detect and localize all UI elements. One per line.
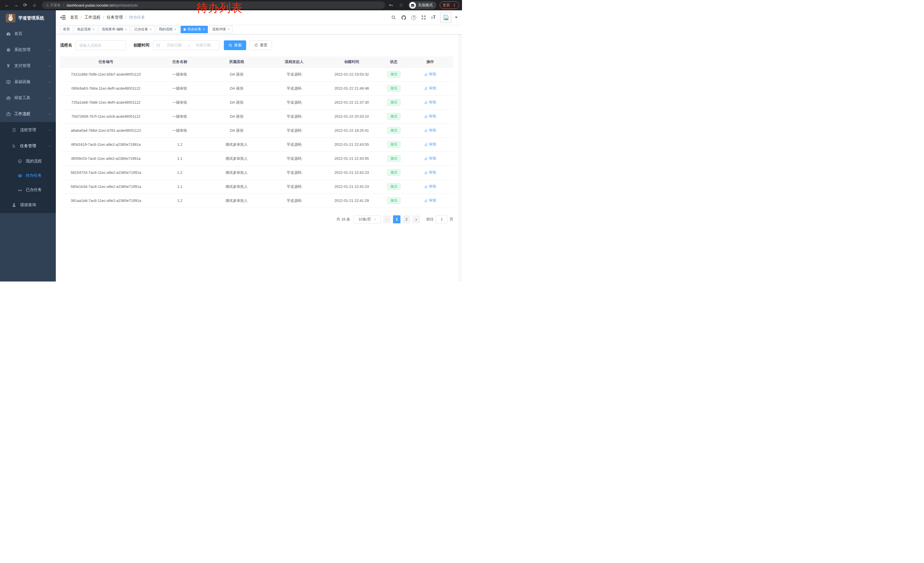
app-logo[interactable]: 芋道管理系统: [0, 10, 56, 26]
tab-todo-tasks[interactable]: 待办任务 ×: [181, 26, 208, 33]
approve-link[interactable]: 审批: [424, 170, 436, 175]
breadcrumb-task-management[interactable]: 任务管理: [107, 15, 123, 20]
sidebar-item-leave-query[interactable]: 请假查询: [0, 197, 56, 213]
sidebar-item-done-tasks[interactable]: 已办任务: [0, 183, 56, 197]
sidebar-item-devtools[interactable]: 研发工具: [0, 90, 56, 106]
tab-done-tasks[interactable]: 已办任务 ×: [131, 26, 154, 33]
sidebar-item-workflow[interactable]: 工作流程: [0, 106, 56, 122]
address-bar[interactable]: ⚠ 不安全 dashboard.yudao.iocoder.cn/bpm/tas…: [42, 2, 385, 9]
close-icon[interactable]: ×: [203, 28, 205, 31]
close-icon[interactable]: ×: [93, 28, 94, 31]
cell-action: 审批: [407, 194, 453, 208]
sidebar-item-label: 基础设施: [14, 79, 30, 84]
cell-task-name: 1.1: [152, 152, 208, 165]
page-size-select[interactable]: 10条/页 ∨: [354, 215, 381, 224]
sidebar-item-my-process[interactable]: 我的流程: [0, 154, 56, 168]
breadcrumb-workflow[interactable]: 工作流程: [84, 15, 100, 20]
breadcrumb-home[interactable]: 首页: [70, 15, 78, 20]
end-date-placeholder[interactable]: 结束日期: [190, 43, 216, 48]
sidebar-item-infrastructure[interactable]: 基础设施: [0, 74, 56, 90]
breadcrumb-separator: /: [103, 15, 104, 20]
sidebar-item-process-management[interactable]: 流程管理: [0, 122, 56, 138]
search-icon[interactable]: [391, 15, 396, 20]
pagination-prev-button[interactable]: ‹: [383, 215, 391, 224]
cell-process: OA 请假: [208, 81, 266, 95]
tab-label: 发起流程: [77, 27, 91, 32]
date-range-picker[interactable]: 开始日期 - 结束日期: [153, 41, 219, 50]
sidebar-item-task-management[interactable]: 任务管理: [0, 138, 56, 154]
browser-home-button[interactable]: ⌂: [30, 1, 38, 9]
cell-process: 测试多审批人: [208, 194, 266, 208]
approve-link[interactable]: 审批: [424, 156, 436, 161]
approve-link[interactable]: 审批: [424, 198, 436, 203]
incognito-label: 无痕模式: [418, 3, 433, 8]
close-icon[interactable]: ×: [125, 28, 127, 31]
bookmark-star-icon[interactable]: ☆: [397, 1, 405, 9]
edit-pencil-icon: [424, 143, 428, 146]
cell-created-time: 2022-01-21 22:42:23: [323, 165, 380, 180]
browser-back-button[interactable]: ←: [3, 1, 11, 9]
sidebar-item-label: 任务管理: [20, 144, 36, 149]
cell-starter: 芋道源码: [266, 194, 323, 208]
table-row: 8f059c03-7ac8-11ec-a9e2-a2380e71991a 1.1…: [60, 152, 453, 165]
browser-update-button[interactable]: 更新 ⋮: [440, 2, 459, 9]
tab-start-process[interactable]: 发起流程 ×: [74, 26, 98, 33]
approve-link[interactable]: 审批: [424, 86, 436, 91]
browser-menu-icon[interactable]: ⋮: [452, 3, 456, 8]
approve-link[interactable]: 审批: [424, 100, 436, 105]
sidebar-collapse-icon[interactable]: [60, 15, 66, 20]
goto-page-input[interactable]: [436, 215, 447, 224]
approve-link[interactable]: 审批: [424, 128, 436, 133]
breadcrumb-separator: /: [125, 15, 126, 20]
tab-home[interactable]: 首页: [60, 26, 73, 33]
tab-process-form-edit[interactable]: 流程表单-编辑 ×: [99, 26, 130, 33]
help-icon[interactable]: ?: [411, 15, 416, 20]
avatar[interactable]: [441, 12, 452, 23]
chevron-down-icon: [48, 48, 51, 51]
pagination-page-2[interactable]: 2: [403, 215, 410, 224]
approve-link[interactable]: 审批: [424, 72, 436, 77]
broken-image-icon: [442, 14, 449, 21]
refresh-icon: [254, 43, 258, 47]
column-header: 创建时间: [323, 56, 380, 67]
github-icon[interactable]: [401, 15, 406, 20]
sidebar-item-todo-tasks[interactable]: 待办任务: [0, 168, 56, 183]
approve-link[interactable]: 审批: [424, 114, 436, 119]
fullscreen-icon[interactable]: [421, 15, 426, 20]
search-button[interactable]: 搜索: [224, 41, 246, 50]
sidebar-item-system[interactable]: 系统管理: [0, 42, 56, 58]
cell-process: OA 请假: [208, 95, 266, 110]
security-status[interactable]: ⚠ 不安全: [46, 3, 61, 8]
tab-my-process[interactable]: 我的流程 ×: [156, 26, 179, 33]
approve-link-label: 审批: [429, 184, 436, 189]
avatar-caret-icon[interactable]: [455, 17, 458, 18]
browser-reload-button[interactable]: ⟳: [21, 1, 29, 9]
tab-label: 流程表单-编辑: [102, 27, 123, 32]
font-size-icon[interactable]: TT: [431, 15, 436, 20]
sidebar-item-payment[interactable]: ¥ 支付管理: [0, 58, 56, 74]
tab-process-detail[interactable]: 流程详情 ×: [209, 26, 232, 33]
password-key-icon[interactable]: [388, 3, 394, 8]
eye-closed-icon: [17, 188, 22, 192]
close-icon[interactable]: ×: [174, 28, 176, 31]
reset-button[interactable]: 重置: [250, 41, 272, 50]
range-separator: -: [188, 43, 189, 48]
cell-process: 测试多审批人: [208, 137, 266, 152]
cell-status: 激活: [380, 165, 407, 180]
start-date-placeholder[interactable]: 开始日期: [162, 43, 187, 48]
status-badge: 激活: [387, 85, 400, 92]
tab-label: 首页: [63, 27, 70, 32]
scrollbar-track[interactable]: [458, 35, 462, 281]
cell-created-time: 2022-01-22 20:33:10: [323, 110, 380, 123]
browser-forward-button[interactable]: →: [12, 1, 20, 9]
sidebar-item-home[interactable]: 首页: [0, 26, 56, 42]
search-button-label: 搜索: [234, 43, 242, 48]
process-name-input[interactable]: [76, 41, 126, 50]
pagination-next-button[interactable]: ›: [412, 215, 420, 224]
cell-task-name: 一级审批: [152, 123, 208, 137]
approve-link[interactable]: 审批: [424, 184, 436, 189]
approve-link[interactable]: 审批: [424, 142, 436, 147]
close-icon[interactable]: ×: [150, 28, 152, 31]
pagination-page-1[interactable]: 1: [393, 215, 400, 224]
close-icon[interactable]: ×: [228, 28, 230, 31]
